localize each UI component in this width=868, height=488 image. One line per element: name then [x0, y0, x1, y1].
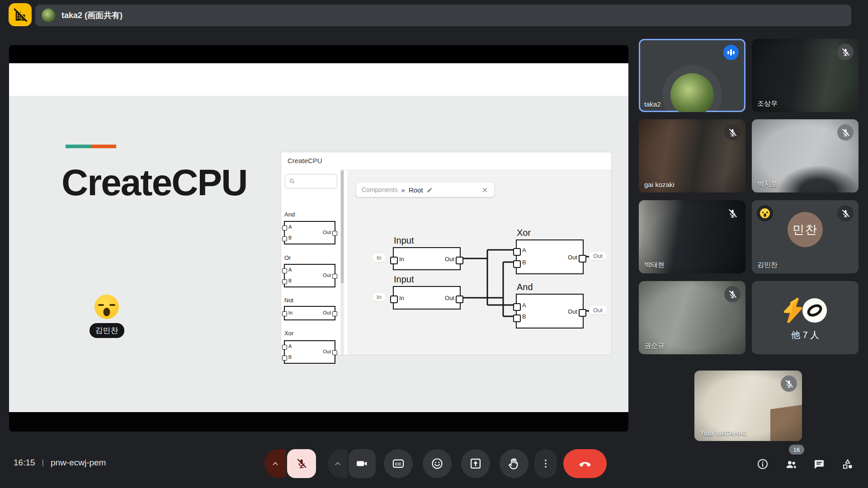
node-xor: Xor A B Out [516, 239, 584, 274]
meeting-code: pnw-ecwj-pem [51, 458, 106, 468]
component-search-input [285, 174, 337, 188]
avatar: 민찬 [788, 212, 823, 247]
camera-options-button[interactable] [328, 449, 348, 478]
external-in-pill: In [373, 253, 386, 262]
activities-icon [841, 458, 854, 470]
breadcrumb-current: Root [409, 186, 423, 194]
meeting-details-button[interactable] [756, 458, 769, 470]
cookie-logo [802, 297, 828, 324]
mic-off-icon [724, 205, 741, 221]
mic-off-icon [724, 124, 741, 141]
end-call-button[interactable] [563, 449, 607, 478]
camera-toggle-button[interactable] [349, 449, 376, 478]
info-icon [756, 458, 769, 470]
component-xor: A B Out [284, 340, 335, 364]
participant-name: 박지호 [757, 180, 778, 188]
screen-share-banner[interactable]: taka2 (画面共有) [35, 5, 851, 26]
edit-pencil-icon [426, 187, 433, 193]
sleepy-face-emoji [94, 295, 119, 319]
component-label: Or [284, 254, 291, 261]
component-label: And [284, 211, 295, 218]
node-input-2: Input In Out [393, 286, 461, 310]
participant-tile-taka2[interactable]: taka2 [639, 39, 745, 112]
participant-name: gai kozaki [644, 181, 675, 188]
shared-screen-tile[interactable]: CreateCPU 김민찬 CreateCPU And [9, 45, 628, 432]
participant-name: 조상우 [757, 99, 778, 108]
present-icon [469, 457, 482, 470]
createcpu-app-header: CreateCPU [281, 152, 611, 170]
participant-tile[interactable]: 박태현 [639, 200, 745, 273]
breadcrumb-separator-icon: » [401, 186, 405, 194]
reaction-author: 김민찬 [90, 323, 124, 338]
participant-name: taka2 [644, 100, 661, 108]
component-label: Not [284, 297, 293, 304]
participant-tile-kimminchan[interactable]: 민찬 김민찬 [752, 200, 859, 273]
chat-button[interactable] [813, 458, 826, 470]
presenter-name: taka2 (画面共有) [61, 10, 123, 21]
presentation-off-icon [12, 6, 29, 23]
surprised-face-emoji [757, 205, 773, 221]
component-not: In Out [284, 306, 335, 320]
clock: 16:15 [14, 458, 35, 468]
end-call-icon [578, 456, 592, 471]
people-button[interactable] [785, 458, 797, 470]
participant-name: Yuto WATAHIKI [700, 429, 747, 437]
participant-name: 김민찬 [757, 261, 778, 269]
participant-name: 박태현 [644, 261, 665, 269]
breadcrumb: Components » Root [356, 183, 494, 197]
chat-icon [813, 458, 826, 470]
raise-hand-icon [508, 457, 520, 470]
close-icon [481, 186, 489, 194]
participant-tile[interactable]: Yuto WATAHIKI [694, 371, 802, 441]
captions-icon [392, 457, 405, 470]
avatar [670, 73, 714, 112]
mic-toggle-button[interactable] [287, 449, 316, 478]
participant-tile[interactable]: gai kozaki [639, 119, 745, 192]
participant-tile[interactable]: 권순규 [639, 281, 745, 354]
camera-button-group [328, 449, 376, 478]
camera-icon [356, 458, 368, 469]
present-button[interactable] [461, 449, 490, 478]
external-out-pill: Out [589, 306, 607, 314]
breadcrumb-section: Components [362, 186, 397, 193]
slide-reaction: 김민찬 [87, 295, 126, 338]
component-label: Xor [284, 330, 293, 337]
reactions-icon [431, 457, 443, 470]
chevron-up-icon [333, 459, 343, 469]
mic-off-icon [781, 375, 797, 392]
chevron-up-icon [270, 459, 280, 469]
mic-off-icon [296, 458, 307, 469]
mic-off-icon [837, 44, 854, 60]
audio-level-indicator [723, 45, 739, 60]
divider: | [42, 458, 44, 467]
node-input-1: Input In Out [393, 247, 461, 270]
panel-scrollbar [340, 169, 344, 355]
overflow-tile[interactable]: 他 7 人 [752, 281, 859, 354]
reactions-button[interactable] [423, 449, 452, 478]
component-or: A B Out [284, 264, 335, 287]
external-in-pill: In [373, 293, 386, 301]
node-and: And A B Out [516, 294, 584, 328]
google-meet-window: taka2 (画面共有) CreateCPU 김민찬 CreateCPU [0, 0, 868, 488]
raise-hand-button[interactable] [500, 449, 528, 478]
component-and: A B Out [284, 221, 335, 244]
mic-button-group [264, 449, 316, 478]
participant-name: 권순규 [644, 342, 665, 350]
captions-button[interactable] [384, 449, 413, 478]
mic-options-button[interactable] [264, 449, 286, 478]
presenter-avatar [42, 9, 55, 22]
createcpu-app-title: CreateCPU [288, 152, 322, 169]
component-panel: And A B Out Or A B Out Not In [281, 169, 344, 355]
mic-off-icon [724, 286, 741, 302]
more-options-button[interactable] [534, 449, 557, 478]
meeting-info: 16:15 | pnw-ecwj-pem [14, 458, 106, 468]
participant-tile[interactable]: 박지호 [752, 119, 859, 192]
slide-letterbox [9, 412, 628, 432]
activities-button[interactable] [841, 458, 854, 470]
slide-white-band [9, 63, 628, 96]
participant-tile[interactable]: 조상우 [752, 39, 859, 112]
call-controls [264, 449, 607, 478]
presentation-off-badge[interactable] [9, 3, 32, 26]
more-options-icon [540, 458, 552, 469]
mic-off-icon [837, 205, 854, 221]
